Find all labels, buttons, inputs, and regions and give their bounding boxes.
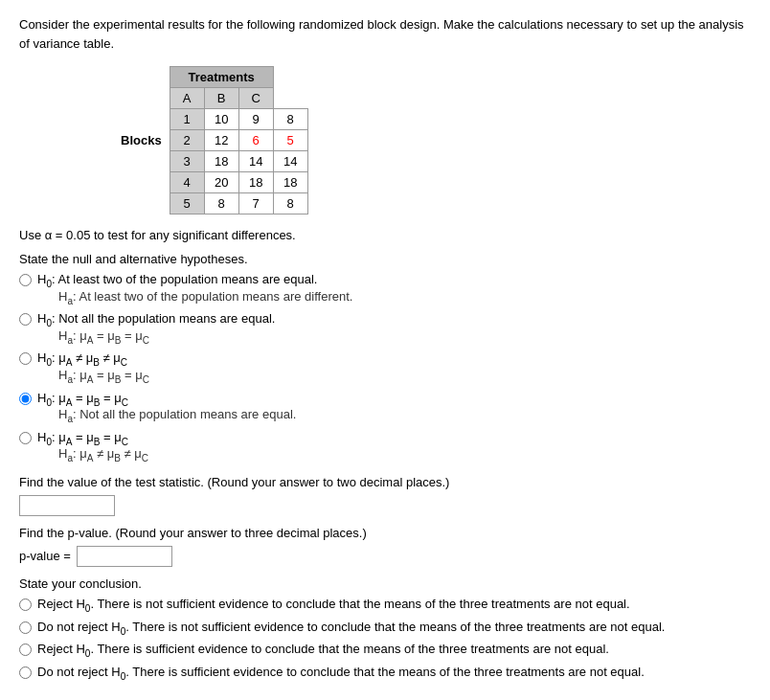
hypotheses-group: H0: At least two of the population means… [19,272,751,465]
conclusion-text-2: Do not reject H0. There is not sufficien… [37,620,665,637]
cell-2c: 5 [273,130,307,151]
pvalue-input[interactable] [77,546,172,567]
cell-3a: 18 [204,151,238,172]
cell-1c: 8 [273,109,307,130]
ha-text-2: Ha: μA = μB = μC [58,328,275,346]
ha-text-4: Ha: Not all the population means are equ… [58,407,296,424]
cell-1b: 9 [238,109,273,130]
blocks-label: Blocks [111,67,170,215]
conclusion-radio-4[interactable] [19,666,32,679]
hypothesis-option-5: H0: μA = μB = μC Ha: μA ≠ μB ≠ μC [19,430,751,465]
ha-text-5: Ha: μA ≠ μB ≠ μC [58,446,148,463]
cell-2b: 6 [238,130,273,151]
conclusion-text-3: Reject H0. There is sufficient evidence … [37,642,609,659]
cell-2a: 12 [204,130,238,151]
conclusion-text-4: Do not reject H0. There is sufficient ev… [37,665,645,682]
data-table: Blocks Treatments A B C 1 10 9 8 2 12 6 … [77,66,308,215]
intro-text: Consider the experimental results for th… [19,15,751,53]
h0-text-1: H0: At least two of the population means… [37,272,317,286]
block-num-5: 5 [170,193,204,215]
col-header-a: A [170,88,204,109]
h0-text-5: H0: μA = μB = μC [37,430,128,444]
test-stat-input[interactable] [19,495,115,516]
conclusion-group: Reject H0. There is not sufficient evide… [19,597,751,681]
block-num-2: 2 [170,130,204,151]
conclusion-label: State your conclusion. [19,576,751,591]
hypothesis-option-4: H0: μA = μB = μC Ha: Not all the populat… [19,391,751,426]
h0-text-2: H0: Not all the population means are equ… [37,311,275,326]
conclusion-radio-1[interactable] [19,598,32,611]
col-header-c: C [238,88,273,109]
block-num-1: 1 [170,109,204,130]
cell-4c: 18 [273,172,307,193]
hypothesis-option-1: H0: At least two of the population means… [19,272,751,307]
test-stat-label: Find the value of the test statistic. (R… [19,475,751,489]
hypotheses-label: State the null and alternative hypothese… [19,252,751,266]
ha-text-3: Ha: μA = μB = μC [58,368,149,385]
conclusion-radio-2[interactable] [19,621,32,634]
cell-3c: 14 [273,151,307,172]
cell-3b: 14 [238,151,273,172]
hypothesis-radio-2[interactable] [19,313,32,326]
cell-4b: 18 [238,172,273,193]
cell-5a: 8 [204,193,238,215]
hypothesis-radio-3[interactable] [19,352,32,365]
empty-corner [77,67,111,215]
treatments-header: Treatments [170,67,273,88]
conclusion-radio-3[interactable] [19,644,32,656]
pvalue-row: p-value = [19,546,751,567]
block-num-4: 4 [170,172,204,193]
hypothesis-option-2: H0: Not all the population means are equ… [19,311,751,347]
conclusion-option-1: Reject H0. There is not sufficient evide… [19,597,751,614]
conclusion-option-4: Do not reject H0. There is sufficient ev… [19,665,751,682]
cell-5b: 7 [238,193,273,215]
alpha-text: Use α = 0.05 to test for any significant… [19,228,751,242]
h0-text-3: H0: μA ≠ μB ≠ μC [37,350,127,365]
hypothesis-option-3: H0: μA ≠ μB ≠ μC Ha: μA = μB = μC [19,350,751,386]
test-stat-row [19,495,751,516]
conclusion-option-3: Reject H0. There is sufficient evidence … [19,642,751,659]
conclusion-text-1: Reject H0. There is not sufficient evide… [37,597,630,614]
data-table-container: Blocks Treatments A B C 1 10 9 8 2 12 6 … [19,66,751,215]
cell-5c: 8 [273,193,307,215]
pvalue-prefix: p-value = [19,549,71,563]
ha-text-1: Ha: At least two of the population means… [58,289,352,306]
h0-text-4: H0: μA = μB = μC [37,391,128,405]
cell-4a: 20 [204,172,238,193]
hypothesis-radio-1[interactable] [19,274,32,286]
block-num-3: 3 [170,151,204,172]
pvalue-label: Find the p-value. (Round your answer to … [19,526,751,540]
col-header-b: B [204,88,238,109]
hypothesis-radio-5[interactable] [19,432,32,444]
hypothesis-radio-4[interactable] [19,393,32,405]
cell-1a: 10 [204,109,238,130]
conclusion-option-2: Do not reject H0. There is not sufficien… [19,620,751,637]
